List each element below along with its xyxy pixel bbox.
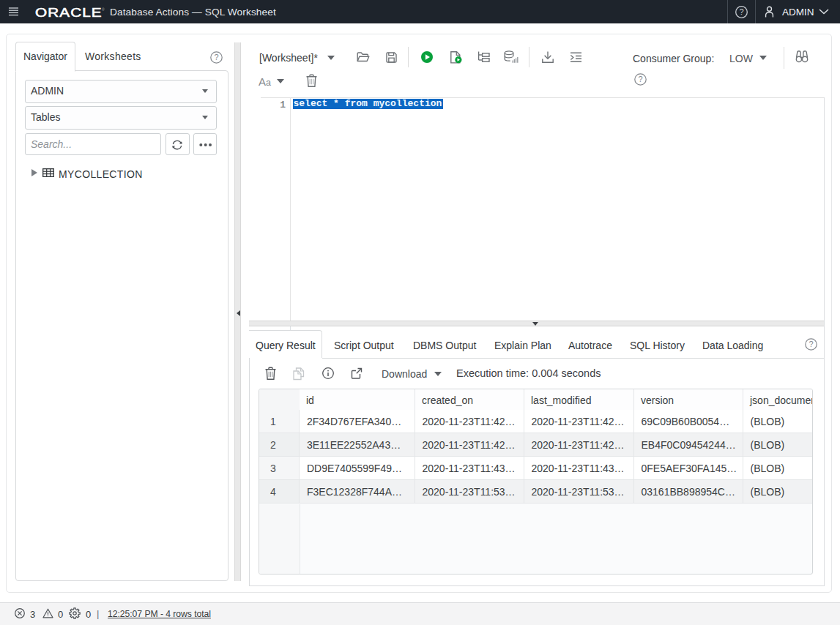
svg-text:?: ? [638,75,642,83]
svg-text:?: ? [214,53,218,61]
svg-text:?: ? [809,340,813,348]
svg-text:?: ? [739,7,743,16]
